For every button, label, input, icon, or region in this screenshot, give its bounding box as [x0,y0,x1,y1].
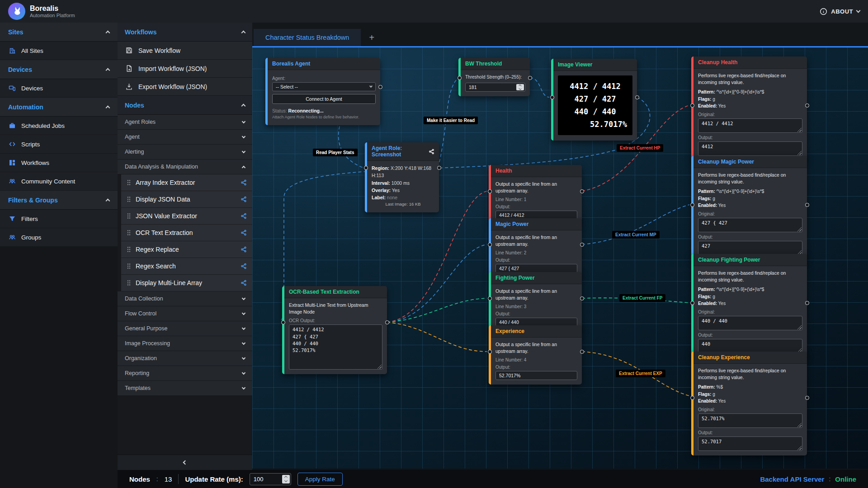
resize-handle[interactable] [797,325,802,329]
category-templates[interactable]: Templates [118,381,252,396]
ocr-output-textarea[interactable]: 4412 / 4412 427 { 427 440 / 440 52.7017% [289,324,382,370]
drag-handle-icon[interactable] [127,246,131,253]
node-borealis-agent[interactable]: Borealis Agent Agent: -- Select -- Conne… [265,58,380,125]
node-agent-role-screenshot[interactable]: Agent Role: Screenshot Region: X:200 Y:4… [365,142,439,212]
output-port[interactable] [378,85,382,89]
share-icon[interactable] [241,246,247,253]
input-port[interactable] [364,166,368,170]
sidebar-item-filters[interactable]: Filters [0,210,118,228]
output-port[interactable] [385,320,389,324]
category-flow-control[interactable]: Flow Control [118,306,252,321]
sidebar-item-all-sites[interactable]: All Sites [0,42,118,60]
node-cleanup-fighting-power[interactable]: Cleanup Fighting Power Performs live reg… [691,254,807,358]
output-port[interactable] [635,95,639,99]
share-icon[interactable] [241,196,247,202]
sidebar-section-automation[interactable]: Automation [0,98,118,117]
category-organization[interactable]: Organization [118,351,252,366]
sidebar-item-workflows[interactable]: Workflows [0,154,118,172]
node-cleanup-experience[interactable]: Cleanup Experience Performs live regex-b… [691,352,807,455]
share-icon[interactable] [241,213,247,219]
sidebar-section-filters-groups[interactable]: Filters & Groups [0,191,118,210]
output-port[interactable] [805,396,809,400]
drag-handle-icon[interactable] [127,230,131,236]
resize-handle[interactable] [797,446,802,450]
input-port[interactable] [550,95,554,99]
share-icon[interactable] [241,280,247,286]
node-cleanup-health[interactable]: Cleanup Health Performs live regex-based… [691,56,807,160]
resize-handle[interactable] [797,423,802,427]
new-tab-button[interactable]: + [361,29,382,46]
output-port[interactable] [580,243,584,247]
flow-canvas[interactable]: Borealis Agent Agent: -- Select -- Conne… [252,47,868,469]
original-textarea[interactable]: 4412 / 4412 [698,118,802,133]
output-textarea[interactable]: 4412 [698,141,802,156]
input-port[interactable] [281,320,285,324]
save-workflow-button[interactable]: Save Workflow [118,42,252,60]
input-port[interactable] [690,203,694,207]
output-port[interactable] [528,76,532,80]
original-textarea[interactable]: 52.7017% [698,413,802,428]
output-port[interactable] [580,296,584,300]
drag-handle-icon[interactable] [127,196,131,202]
palette-workflows-header[interactable]: Workflows [118,23,252,42]
input-port[interactable] [488,296,492,300]
category-data-analysis[interactable]: Data Analysis & Manipulation [118,160,252,174]
resize-handle[interactable] [797,227,802,231]
resize-handle[interactable] [797,151,802,155]
input-port[interactable] [488,350,492,354]
output-port[interactable] [580,350,584,354]
output-port[interactable] [805,203,809,207]
palette-collapse-button[interactable] [118,455,252,470]
number-stepper[interactable] [516,84,524,90]
input-port[interactable] [690,301,694,305]
output-field[interactable] [495,371,577,380]
drag-handle-icon[interactable] [127,179,131,186]
palette-node-ocr-text-extraction[interactable]: OCR Text Extraction [121,225,252,241]
output-textarea[interactable]: 52.7017 [698,436,802,451]
output-port[interactable] [580,189,584,193]
output-textarea[interactable]: 427 [698,241,802,255]
palette-nodes-header[interactable]: Nodes [118,96,252,115]
category-data-collection[interactable]: Data Collection [118,291,252,306]
connect-to-agent-button[interactable]: Connect to Agent [272,94,376,104]
apply-rate-button[interactable]: Apply Rate [297,473,343,486]
input-port[interactable] [488,243,492,247]
drag-handle-icon[interactable] [127,280,131,286]
sidebar-section-sites[interactable]: Sites [0,23,118,42]
palette-node-json-value-extractor[interactable]: JSON Value Extractor [121,208,252,225]
node-fighting-power[interactable]: Fighting Power Output a specific line fr… [489,272,582,331]
node-bw-threshold[interactable]: BW Threshold Threshold Strength (0–255): [458,58,530,96]
category-image-processing[interactable]: Image Processing [118,336,252,351]
sidebar-item-devices[interactable]: Devices [0,79,118,98]
import-workflow-button[interactable]: Import Workflow (JSON) [118,60,252,78]
resize-handle[interactable] [377,365,382,369]
drag-handle-icon[interactable] [127,263,131,269]
node-image-viewer[interactable]: Image Viewer 4412 / 4412 427 / 427 440 /… [551,59,637,141]
resize-handle[interactable] [797,128,802,132]
about-menu[interactable]: ABOUT [820,8,860,15]
input-port[interactable] [690,103,694,108]
share-icon[interactable] [241,179,247,186]
palette-node-regex-search[interactable]: Regex Search [121,258,252,275]
share-icon[interactable] [241,263,247,269]
palette-node-regex-replace[interactable]: Regex Replace [121,241,252,258]
node-health[interactable]: Health Output a specific line from an up… [489,165,582,224]
category-agent[interactable]: Agent [118,130,252,145]
palette-node-array-index-extractor[interactable]: Array Index Extractor [121,174,252,191]
node-cleanup-magic-power[interactable]: Cleanup Magic Power Performs live regex-… [691,156,807,260]
input-port[interactable] [690,396,694,400]
category-alerting[interactable]: Alerting [118,145,252,160]
category-reporting[interactable]: Reporting [118,366,252,381]
export-workflow-button[interactable]: Export Workflow (JSON) [118,78,252,96]
sidebar-item-groups[interactable]: Groups [0,228,118,247]
node-experience[interactable]: Experience Output a specific line from a… [489,325,582,385]
category-agent-roles[interactable]: Agent Roles [118,115,252,130]
output-port[interactable] [805,103,809,108]
palette-node-display-json-data[interactable]: Display JSON Data [121,191,252,208]
share-icon[interactable] [429,149,434,155]
original-textarea[interactable]: 427 { 427 [698,218,802,232]
agent-select[interactable]: -- Select -- [272,82,376,91]
category-general-purpose[interactable]: General Purpose [118,321,252,336]
palette-node-display-multiline-array[interactable]: Display Multi-Line Array [121,275,252,291]
sidebar-item-scripts[interactable]: Scripts [0,135,118,154]
